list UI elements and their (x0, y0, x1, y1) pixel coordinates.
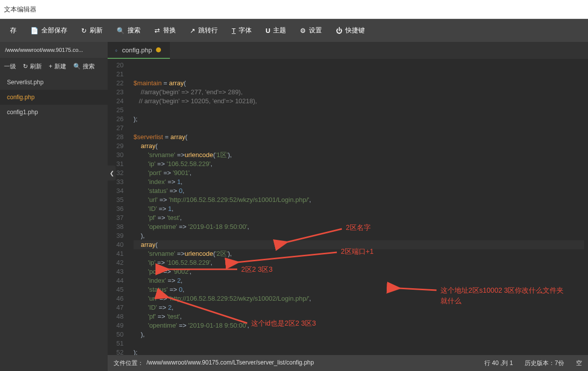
sidebar-refresh-button[interactable]: ↻刷新 (23, 62, 42, 71)
sidebar: /www/wwwroot/www.90175.co... 一级 ↻刷新 +新建 … (0, 42, 108, 371)
status-encoding: 空 (576, 359, 582, 368)
save-button[interactable]: 存 (4, 19, 22, 42)
code-content[interactable]: $maintain = array( //array('begin' => 27… (130, 59, 588, 355)
theme-button[interactable]: U主题 (260, 19, 292, 42)
goto-icon: ↗ (190, 27, 195, 34)
editor-area: ❮ ⬨ config.php 2021222324252627282930313… (108, 42, 588, 371)
php-icon: ⬨ (115, 47, 118, 53)
file-item[interactable]: Serverlist.php (0, 75, 108, 90)
refresh-button[interactable]: ↻刷新 (75, 19, 109, 42)
dirty-icon (156, 47, 161, 52)
copy-icon: 📄 (30, 27, 38, 34)
file-item[interactable]: config1.php (0, 105, 108, 120)
replace-button[interactable]: ⇄替换 (148, 19, 182, 42)
settings-button[interactable]: ⚙设置 (294, 19, 328, 42)
sidebar-search-button[interactable]: 🔍搜索 (73, 62, 95, 71)
toolbar: 存 📄全部保存 ↻刷新 🔍搜索 ⇄替换 ↗跳转行 T字体 U主题 ⚙设置 ⏻快捷… (0, 19, 588, 42)
sidebar-new-button[interactable]: +新建 (49, 62, 66, 71)
gear-icon: ⚙ (300, 27, 306, 34)
sidebar-collapse-handle[interactable]: ❮ (108, 166, 116, 181)
font-button[interactable]: T字体 (226, 19, 258, 42)
window-title: 文本编辑器 (4, 5, 36, 14)
replace-icon: ⇄ (154, 27, 160, 34)
shortcuts-button[interactable]: ⏻快捷键 (330, 19, 371, 42)
status-history[interactable]: 历史版本：7份 (525, 359, 564, 368)
status-path: /www/wwwroot/www.90175.com/LTserver/serv… (147, 359, 314, 368)
gutter: 2021222324252627282930313233343536373839… (108, 59, 130, 355)
search-icon: 🔍 (117, 27, 125, 34)
main-area: /www/wwwroot/www.90175.co... 一级 ↻刷新 +新建 … (0, 42, 588, 371)
status-bar: 文件位置： /www/wwwroot/www.90175.com/LTserve… (108, 355, 588, 371)
tab-filename: config.php (122, 46, 152, 54)
search-icon: 🔍 (73, 63, 81, 70)
sidebar-tools: 一级 ↻刷新 +新建 🔍搜索 (0, 58, 108, 75)
goto-button[interactable]: ↗跳转行 (184, 19, 224, 42)
plus-icon: + (49, 63, 52, 70)
refresh-icon: ↻ (81, 27, 87, 34)
file-item[interactable]: config.php (0, 90, 108, 105)
font-icon: T (232, 27, 236, 34)
editor-tab[interactable]: ⬨ config.php (108, 42, 170, 59)
sidebar-path[interactable]: /www/wwwroot/www.90175.co... (0, 42, 108, 58)
status-cursor: 行 40 ,列 1 (484, 359, 513, 368)
refresh-icon: ↻ (23, 63, 28, 70)
window-header: 文本编辑器 (0, 0, 588, 19)
sidebar-up-button[interactable]: 一级 (4, 62, 16, 71)
editor-tabs: ⬨ config.php (108, 42, 588, 59)
theme-icon: U (266, 27, 270, 34)
save-all-button[interactable]: 📄全部保存 (24, 19, 73, 42)
code-scroll[interactable]: 2021222324252627282930313233343536373839… (108, 59, 588, 355)
status-path-label: 文件位置： (114, 359, 144, 368)
file-list: Serverlist.php config.php config1.php (0, 75, 108, 371)
search-button[interactable]: 🔍搜索 (111, 19, 147, 42)
power-icon: ⏻ (336, 27, 342, 34)
